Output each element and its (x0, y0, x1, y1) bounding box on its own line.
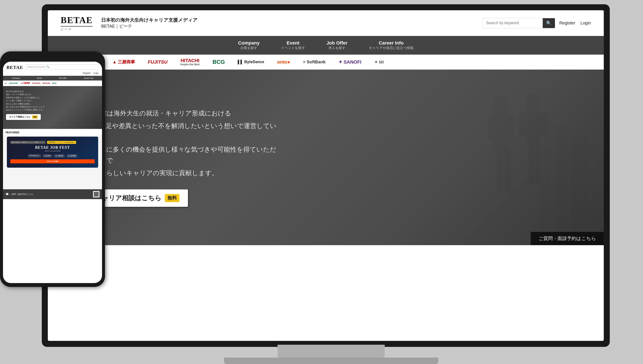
mobile-bottom-bar[interactable]: 💬 ご質問・面談予約はこちら (3, 189, 102, 199)
mobile-featured-tag1: 海外大生向け｜BETAE（ビーテ）| 登録イベント (10, 141, 46, 144)
sponsors-bar: ⊕vc SUNTORY ▲ 三菱商事 FUJiTSU HITACHI Inspi… (48, 54, 604, 70)
hero-bottom-bar-label: ご質問・面談予約はこちら (538, 236, 596, 241)
nav-careerinfo-label: Career Info (379, 40, 404, 46)
mobile-sponsor-mitsubishi: ▲三菱商事 (21, 82, 30, 84)
mobile-hero-text: BETAEは海外大生の 就活・キャリア形成における 情報不足や差異といった不を解… (6, 90, 99, 112)
mobile-hero-line-6: 様々な気づきや可能性を得ていただくことで (6, 105, 99, 108)
nav-company-label: Company (238, 40, 259, 46)
search-button[interactable]: 🔍 (543, 18, 555, 28)
mobile-nav-joboffer[interactable]: Job Offer (59, 77, 67, 79)
mobile-auth-row: Register Login (7, 72, 99, 74)
mobile-bottom-bar-label: ご質問・面談予約はこちら (10, 193, 33, 196)
apply-now-btn[interactable]: APPLY NOW▶ (10, 159, 95, 163)
login-link[interactable]: Login (580, 20, 591, 26)
mobile-chat-icon: 💬 (6, 193, 9, 196)
hero-text-1: BETAEは海外大生の就活・キャリア形成における (86, 108, 279, 118)
mobile-featured-tag2: 絶賛開催中！このページをBookmark！ (47, 141, 76, 144)
mobile-search-placeholder: Search by keyword (27, 66, 46, 68)
mobile-hero-line-7: あなたらしいキャリアの実現に貢献します。 (6, 108, 99, 111)
sponsor-mi: ✦ MI (374, 60, 384, 65)
mobile-sponsor-suntory: SUNTORY (9, 82, 19, 84)
hero-text-2: 情報不足や差異といった不を解消したいという想いで運営しています。 (86, 120, 279, 142)
mobile-nav-company[interactable]: Company (12, 77, 20, 79)
hero-content: BETAEは海外大生の就活・キャリア形成における 情報不足や差異といった不を解消… (86, 108, 604, 207)
register-link[interactable]: Register (559, 20, 575, 26)
free-badge: 無料 (165, 194, 179, 202)
mobile-career-btn-label: キャリア相談はこちら (9, 116, 31, 118)
hero-section: BETAEは海外大生の就活・キャリア形成における 情報不足や差異といった不を解消… (48, 70, 604, 245)
sponsor-hitachi: HITACHI Inspire the Next (180, 58, 200, 66)
mobile-career-btn[interactable]: キャリア相談はこちら 無料 (6, 114, 41, 120)
header-right: 🔍 Register Login (482, 18, 591, 28)
laptop-base (224, 358, 438, 364)
mobile-featured-logo-3: ▲三菱商事 (54, 154, 65, 158)
mobile-sponsor-hitachi: HITACHI (43, 82, 50, 84)
mobile-featured-subtitle: 2023 Summer/Fall (10, 150, 95, 152)
sponsor-softbank: ≡ SoftBank (303, 60, 326, 64)
mobile-notch (40, 55, 65, 60)
mobile-featured-logo-1: MITSUEA CO. (28, 154, 41, 158)
logo-divider (61, 26, 93, 26)
mobile-hero-line-3: 情報不足や差異といった不を解消したい (6, 96, 99, 99)
mobile-nav: Company Event Job Offer Career Info (3, 76, 102, 80)
site-header: BETAE ビーテ 日本初の海外大生向けキャリア支援メディア BETAE｜ビーテ… (48, 10, 604, 36)
mobile-featured-card: 海外大生向け｜BETAE（ビーテ）| 登録イベント 絶賛開催中！このページをBo… (7, 136, 98, 168)
mobile-free-badge: 無料 (32, 116, 38, 118)
tagline-main: 日本初の海外大生向けキャリア支援メディア (101, 17, 482, 23)
mobile-featured-title: BETAE JOB FEST (10, 146, 95, 150)
mobile-featured-banner: 海外大生向け｜BETAE（ビーテ）| 登録イベント 絶賛開催中！このページをBo… (10, 141, 95, 144)
mobile-sponsors: vc SUNTORY ▲三菱商事 FUJiTSU HITACHI BCG (3, 80, 102, 86)
mobile-search-row: Search by keyword 🔍 (25, 64, 99, 69)
tagline: 日本初の海外大生向けキャリア支援メディア BETAE｜ビーテ (101, 17, 482, 29)
logo-subtitle: ビーテ (61, 28, 93, 31)
mobile-search-icon[interactable]: 🔍 (46, 65, 50, 68)
hero-text-block: BETAEは海外大生の就活・キャリア形成における 情報不足や差異といった不を解消… (86, 108, 279, 178)
mobile-sponsor-bcg: BCG (52, 82, 57, 84)
hero-bottom-bar[interactable]: ご質問・面談予約はこちら (531, 232, 604, 245)
mobile-login-link[interactable]: Login (94, 72, 99, 74)
mobile-hero-line-1: BETAEは海外大生の (6, 90, 99, 93)
sponsor-fujitsu: FUJiTSU (148, 59, 168, 65)
mobile-frame: BETAE Search by keyword 🔍 Register Login… (0, 52, 105, 287)
career-btn-label: キャリア相談はこちら (95, 194, 161, 202)
main-nav: Company 企業を探す Event イベントを探す Job Offer 求人… (48, 36, 604, 54)
nav-joboffer[interactable]: Job Offer 求人を探す (327, 40, 348, 50)
nav-event-label: Event (286, 40, 299, 46)
hero-text-4: あなたらしいキャリアの実現に貢献します。 (86, 168, 279, 178)
mobile-sponsor-vc: vc (5, 82, 7, 84)
search-box: 🔍 (482, 18, 555, 28)
mobile-qr-code (93, 191, 99, 198)
mobile-qr-inner (94, 192, 99, 196)
mobile-nav-event[interactable]: Event (37, 77, 42, 79)
laptop-screen: BETAE ビーテ 日本初の海外大生向けキャリア支援メディア BETAE｜ビーテ… (48, 10, 604, 341)
search-input[interactable] (483, 21, 543, 25)
career-btn-wrap: キャリア相談はこちら 無料 (86, 189, 604, 207)
nav-company[interactable]: Company 企業を探す (238, 40, 259, 50)
sponsor-bytedance: ▌▌ ByteDance (238, 60, 264, 64)
nav-event-sub: イベントを探す (281, 46, 305, 50)
hero-text-3: 皆さんに多くの機会を提供し様々な気づきや可能性を得ていただくことで (86, 144, 279, 166)
nav-joboffer-label: Job Offer (327, 40, 348, 46)
nav-company-sub: 企業を探す (240, 46, 257, 50)
logo-text: BETAE (61, 15, 93, 25)
mobile-featured-logos: MITSUEA CO. 仕友商事 ▲三菱商事 ▲三菱電機 (10, 154, 95, 158)
mobile-hero-line-4: という想いで運営しています。 (6, 99, 99, 102)
sponsor-sanofi: ✦ SANOFI (339, 59, 361, 65)
nav-careerinfo-sub: キャリアや就活に役立つ情報 (369, 46, 414, 50)
tagline-sub: BETAE｜ビーテ (101, 23, 482, 29)
nav-event[interactable]: Event イベントを探す (281, 40, 305, 50)
mobile-hero-line-2: 就活・キャリア形成における (6, 93, 99, 96)
mobile-header: BETAE Search by keyword 🔍 Register Login (3, 62, 102, 76)
mobile-nav-careerinfo[interactable]: Career Info (84, 77, 93, 79)
auth-links: Register Login (559, 20, 591, 26)
nav-joboffer-sub: 求人を探す (328, 46, 346, 50)
laptop-bezel: BETAE ビーテ 日本初の海外大生向けキャリア支援メディア BETAE｜ビーテ… (42, 4, 610, 347)
mobile-logo: BETAE (7, 65, 23, 70)
laptop-frame: BETAE ビーテ 日本初の海外大生向けキャリア支援メディア BETAE｜ビーテ… (42, 4, 620, 364)
mobile-hero-line-5: 皆さんに多くの機会を提供し (6, 102, 99, 105)
nav-careerinfo[interactable]: Career Info キャリアや就活に役立つ情報 (369, 40, 414, 50)
mobile-screen: BETAE Search by keyword 🔍 Register Login… (3, 62, 102, 283)
sponsor-bcg: BCG (212, 59, 225, 65)
mobile-featured-logo-4: ▲三菱電機 (67, 154, 77, 158)
mobile-register-link[interactable]: Register (83, 72, 91, 74)
